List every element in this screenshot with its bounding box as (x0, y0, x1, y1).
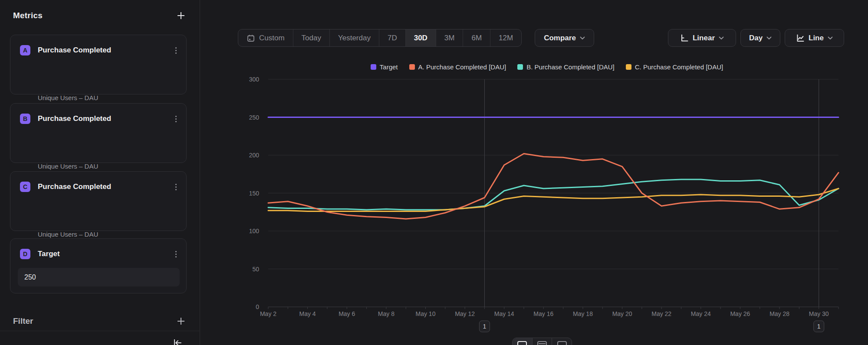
calendar-icon (247, 34, 255, 42)
metric-card-a: A Purchase Completed Unique Users – DAU … (10, 35, 187, 94)
x-axis-label: May 18 (573, 310, 593, 317)
line-chart[interactable]: 050100150200250300May 2May 4May 6May 8Ma… (243, 74, 851, 334)
view-split-button[interactable] (533, 338, 552, 345)
x-axis-label: May 28 (769, 310, 789, 317)
metric-menu-button[interactable] (173, 182, 179, 192)
x-axis-label: May 2 (260, 310, 276, 317)
metric-badge-c: C (20, 182, 30, 192)
series-line (268, 189, 838, 212)
metric-card-c: C Purchase Completed Unique Users – DAU … (10, 171, 187, 231)
compare-button[interactable]: Compare (535, 29, 594, 47)
legend-item-target[interactable]: Target (371, 63, 398, 71)
chart-type-select-button[interactable]: Line (785, 29, 844, 47)
legend-item-a[interactable]: A. Purchase Completed [DAU] (409, 63, 506, 71)
x-axis-label: May 4 (299, 310, 316, 317)
y-axis-label: 100 (249, 228, 260, 234)
x-axis-label: May 12 (455, 310, 475, 317)
scale-select-button[interactable]: Linear (668, 29, 736, 47)
x-axis-label: May 10 (416, 310, 436, 317)
table-view-icon (557, 341, 567, 345)
collapse-sidebar-button[interactable] (171, 336, 184, 345)
linear-scale-icon (680, 34, 689, 42)
chart-legend: Target A. Purchase Completed [DAU] B. Pu… (243, 63, 851, 71)
metric-title: Purchase Completed (38, 46, 173, 55)
add-metric-button[interactable] (175, 10, 187, 21)
collapse-left-icon (172, 337, 183, 345)
x-axis-label: May 24 (691, 310, 711, 317)
metric-title: Purchase Completed (38, 114, 173, 123)
sidebar-header: Metrics (13, 10, 187, 22)
view-chart-button[interactable] (513, 338, 533, 345)
svg-text:1: 1 (817, 323, 821, 330)
metric-event: Unique Users – DAU (38, 94, 98, 101)
metric-title: Target (38, 250, 173, 258)
legend-swatch (517, 64, 523, 70)
sidebar-title: Metrics (13, 11, 43, 20)
x-axis-label: May 20 (612, 310, 632, 317)
range-custom[interactable]: Custom (238, 29, 293, 46)
date-range-control: Custom Today Yesterday 7D 30D 3M 6M 12M (238, 29, 522, 47)
filter-label: Filter (13, 316, 33, 326)
annotation-badge[interactable]: 1 (479, 321, 490, 332)
legend-item-b[interactable]: B. Purchase Completed [DAU] (517, 63, 615, 71)
x-axis-label: May 14 (494, 310, 514, 317)
chart-view-icon (517, 341, 527, 345)
x-axis-label: May 26 (730, 310, 750, 317)
y-axis-label: 50 (252, 266, 259, 273)
filter-section: Filter (13, 316, 187, 327)
metric-event: Unique Users – DAU (38, 163, 98, 170)
sidebar-divider (0, 331, 200, 331)
series-line (268, 179, 838, 210)
chevron-down-icon (828, 36, 833, 40)
x-axis-label: May 22 (651, 310, 671, 317)
x-axis-label: May 6 (339, 310, 355, 317)
range-3m[interactable]: 3M (436, 29, 464, 46)
legend-swatch (626, 64, 631, 70)
chevron-down-icon (719, 36, 724, 40)
metric-badge-a: A (20, 45, 30, 55)
metric-badge-b: B (20, 114, 30, 124)
legend-swatch (371, 64, 376, 70)
metrics-sidebar: Metrics A Purchase Completed Unique User… (0, 0, 200, 345)
chevron-down-icon (766, 36, 772, 40)
view-switcher (512, 338, 572, 345)
plus-icon (176, 316, 186, 326)
metric-menu-button[interactable] (173, 46, 179, 55)
metric-menu-button[interactable] (173, 114, 179, 124)
x-axis-label: May 8 (378, 310, 395, 317)
legend-item-c[interactable]: C. Purchase Completed [DAU] (626, 63, 723, 71)
chevron-down-icon (580, 36, 585, 40)
range-30d[interactable]: 30D (406, 29, 436, 46)
range-7d[interactable]: 7D (379, 29, 406, 46)
y-axis-label: 0 (256, 303, 259, 310)
y-axis-label: 300 (249, 76, 260, 83)
metric-badge-d: D (20, 249, 30, 259)
x-axis-label: May 16 (533, 310, 553, 317)
granularity-select-button[interactable]: Day (740, 29, 780, 47)
split-view-icon (537, 341, 547, 345)
add-filter-button[interactable] (175, 316, 187, 327)
y-axis-label: 200 (249, 152, 260, 159)
target-card: D Target (10, 238, 187, 293)
metric-event: Unique Users – DAU (38, 231, 98, 238)
svg-text:1: 1 (483, 323, 487, 330)
metric-menu-button[interactable] (173, 249, 179, 259)
range-6m[interactable]: 6M (463, 29, 490, 46)
range-today[interactable]: Today (293, 29, 330, 46)
metric-card-b: B Purchase Completed Unique Users – DAU … (10, 103, 187, 163)
legend-swatch (409, 64, 415, 70)
plus-icon (176, 11, 186, 20)
x-axis-label: May 30 (809, 310, 829, 317)
annotation-badge[interactable]: 1 (814, 321, 824, 332)
line-chart-icon (796, 34, 805, 42)
range-12m[interactable]: 12M (490, 29, 521, 46)
y-axis-label: 250 (249, 114, 260, 121)
range-yesterday[interactable]: Yesterday (330, 29, 379, 46)
target-value-input[interactable] (18, 268, 180, 286)
metric-title: Purchase Completed (38, 182, 173, 191)
view-table-button[interactable] (552, 338, 572, 345)
y-axis-label: 150 (249, 190, 260, 197)
